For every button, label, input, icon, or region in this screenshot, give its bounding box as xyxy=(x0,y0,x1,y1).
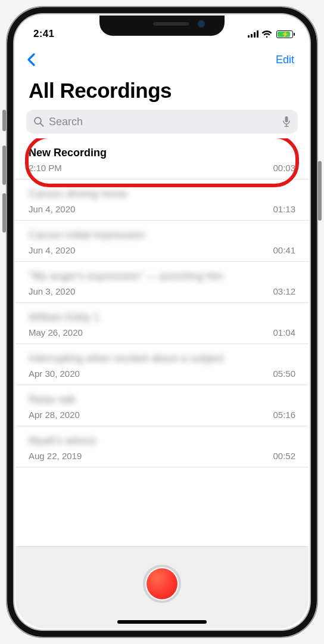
device-frame: 2:41 ⚡ Edit All Recording xyxy=(6,6,318,638)
recording-row[interactable]: Relax talk Apr 28, 2020 05:16 xyxy=(15,385,309,426)
recording-duration: 00:52 xyxy=(273,451,295,461)
recording-title: New Recording xyxy=(29,147,107,159)
edit-button[interactable]: Edit xyxy=(272,51,298,69)
battery-icon: ⚡ xyxy=(276,30,293,38)
recording-date: Aug 22, 2019 xyxy=(29,451,82,461)
recording-date: Apr 30, 2020 xyxy=(29,369,80,379)
recording-row[interactable]: William Eddy 1 May 26, 2020 01:04 xyxy=(15,303,309,344)
recording-duration: 00:41 xyxy=(273,245,295,255)
recording-date: Jun 4, 2020 xyxy=(29,204,75,214)
recording-duration: 03:12 xyxy=(273,286,295,296)
nav-bar: Edit xyxy=(15,45,309,74)
home-indicator[interactable] xyxy=(117,620,207,624)
record-dot-icon xyxy=(147,568,177,599)
recording-row[interactable]: Myatt's advice Aug 22, 2019 00:52 xyxy=(15,426,309,467)
recording-title: "My anger's expression" — punching him xyxy=(29,270,223,283)
wifi-icon xyxy=(261,30,272,38)
recording-date: Jun 3, 2020 xyxy=(29,286,75,296)
recording-duration: 00:03 xyxy=(273,163,295,173)
record-button[interactable] xyxy=(143,565,181,603)
notch xyxy=(99,16,225,36)
recording-row[interactable]: Carson driving home Jun 4, 2020 01:13 xyxy=(15,179,309,221)
recording-duration: 01:04 xyxy=(273,327,295,338)
back-button[interactable] xyxy=(26,53,50,66)
recording-date: 2:10 PM xyxy=(29,163,62,173)
recording-date: Jun 4, 2020 xyxy=(29,245,75,255)
recording-row[interactable]: Carson initial impression Jun 4, 2020 00… xyxy=(15,221,309,262)
svg-rect-2 xyxy=(285,116,288,122)
recording-row[interactable]: "My anger's expression" — punching him J… xyxy=(15,262,309,303)
recording-title: Relax talk xyxy=(29,394,76,406)
recording-title: Myatt's advice xyxy=(29,435,96,447)
recording-title: Interrupting when excited about a subjec… xyxy=(29,352,224,365)
recordings-list: New Recording 2:10 PM 00:03 Carson drivi… xyxy=(15,138,309,546)
status-time: 2:41 xyxy=(33,28,54,40)
svg-line-1 xyxy=(40,123,43,126)
search-icon xyxy=(33,116,44,127)
page-title: All Recordings xyxy=(15,74,309,110)
charging-bolt-icon: ⚡ xyxy=(281,30,289,38)
recording-duration: 05:16 xyxy=(273,410,295,420)
recording-title: Carson initial impression xyxy=(29,229,145,242)
search-input[interactable]: Search xyxy=(26,110,298,134)
search-placeholder: Search xyxy=(49,116,278,128)
cellular-signal-icon xyxy=(248,30,258,38)
recording-date: May 26, 2020 xyxy=(29,327,83,338)
recording-title: Carson driving home xyxy=(29,188,127,200)
dictate-mic-icon[interactable] xyxy=(282,116,291,128)
recording-row[interactable]: Interrupting when excited about a subjec… xyxy=(15,344,309,385)
record-toolbar xyxy=(15,546,309,628)
recording-title: William Eddy 1 xyxy=(29,311,99,324)
recording-duration: 05:50 xyxy=(273,369,295,379)
screen: 2:41 ⚡ Edit All Recording xyxy=(15,16,309,628)
front-camera xyxy=(198,20,205,27)
recording-row[interactable]: New Recording 2:10 PM 00:03 xyxy=(15,138,309,179)
recording-duration: 01:13 xyxy=(273,204,295,214)
recording-date: Apr 28, 2020 xyxy=(29,410,80,420)
side-power-button[interactable] xyxy=(318,161,322,221)
